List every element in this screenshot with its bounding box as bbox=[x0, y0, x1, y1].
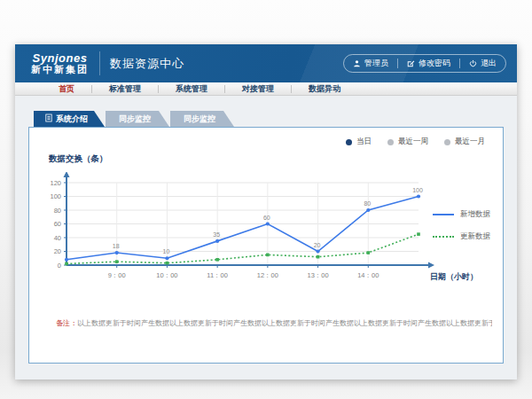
data-point[interactable] bbox=[166, 262, 169, 265]
radio-dot bbox=[444, 139, 450, 145]
legend-item-0: 新增数据 bbox=[433, 209, 490, 220]
tab-bar: 系统介绍同步监控同步监控 bbox=[34, 111, 504, 127]
edit-icon bbox=[407, 59, 415, 67]
nav-item-2[interactable]: 系统管理 bbox=[159, 82, 224, 96]
legend-item-1: 更新数据 bbox=[433, 231, 490, 242]
y-tick-label: 80 bbox=[54, 207, 61, 215]
nav-item-0[interactable]: 首页 bbox=[42, 82, 91, 96]
x-tick-label: 12：00 bbox=[257, 271, 278, 279]
tab-2[interactable]: 同步监控 bbox=[170, 111, 234, 127]
y-tick-label: 60 bbox=[54, 220, 61, 228]
user-menu-label: 退出 bbox=[481, 58, 497, 69]
tab-0[interactable]: 系统介绍 bbox=[34, 111, 105, 127]
brand-logo-en: Synjones bbox=[31, 52, 89, 65]
y-tick-label: 100 bbox=[50, 192, 61, 200]
x-tick-label: 11：00 bbox=[207, 271, 228, 279]
x-tick-label: 13：00 bbox=[307, 271, 328, 279]
footnote: 备注：以上数据更新于时间产生数据以上数据更新于时间产生数据以上数据更新于时间产生… bbox=[56, 318, 492, 328]
user-menu: 管理员修改密码退出 bbox=[343, 54, 506, 73]
data-point-label: 60 bbox=[263, 215, 270, 221]
data-point-label: 100 bbox=[412, 187, 423, 193]
nav-item-3[interactable]: 对接管理 bbox=[225, 82, 291, 96]
data-point[interactable] bbox=[266, 254, 270, 257]
footnote-label: 备注： bbox=[56, 319, 77, 327]
y-tick-label: 40 bbox=[54, 234, 61, 242]
content-area: 系统介绍同步监控同步监控 当日最近一周最近一月 数据交换（条） 02040608… bbox=[15, 96, 517, 364]
data-point[interactable] bbox=[366, 208, 370, 212]
radio-dot bbox=[346, 139, 352, 145]
radio-option-1[interactable]: 最近一周 bbox=[387, 137, 428, 147]
document-icon bbox=[45, 113, 52, 124]
chart-y-axis-title: 数据交换（条） bbox=[49, 153, 108, 165]
user-menu-edit[interactable]: 修改密码 bbox=[398, 55, 459, 72]
header-divider bbox=[99, 51, 100, 75]
app-header: Synjones 新中新集团 数据资源中心 管理员修改密码退出 bbox=[15, 44, 517, 82]
radio-label: 最近一周 bbox=[398, 137, 428, 147]
nav-item-1[interactable]: 标准管理 bbox=[92, 82, 158, 96]
legend-sample bbox=[433, 236, 454, 238]
y-tick-label: 120 bbox=[50, 179, 61, 187]
brand-logo: Synjones 新中新集团 bbox=[31, 52, 89, 74]
radio-label: 最近一月 bbox=[455, 137, 485, 147]
user-menu-label: 管理员 bbox=[364, 58, 388, 69]
tab-label: 系统介绍 bbox=[56, 113, 88, 125]
app-window: Synjones 新中新集团 数据资源中心 管理员修改密码退出 首页标准管理系统… bbox=[15, 44, 517, 379]
data-point-label: 20 bbox=[314, 242, 321, 248]
data-point-label: 18 bbox=[113, 243, 120, 249]
brand-logo-cn: 新中新集团 bbox=[31, 65, 89, 75]
x-tick-label: 10：00 bbox=[156, 271, 177, 279]
tab-label: 同步监控 bbox=[119, 113, 151, 125]
chart-panel: 当日最近一周最近一月 数据交换（条） 0204060801001209：0010… bbox=[28, 127, 504, 364]
y-axis-arrow bbox=[64, 172, 70, 177]
nav-item-4[interactable]: 数据异动 bbox=[292, 82, 357, 96]
footnote-text: 以上数据更新于时间产生数据以上数据更新于时间产生数据以上数据更新于时间产生数据以… bbox=[77, 319, 492, 327]
x-tick-label: 9：00 bbox=[108, 271, 126, 279]
main-nav: 首页标准管理系统管理对接管理数据异动 bbox=[15, 82, 517, 96]
data-point[interactable] bbox=[165, 256, 168, 260]
line-chart: 0204060801001209：0010：0011：0012：0013：001… bbox=[35, 172, 442, 305]
data-point-label: 35 bbox=[213, 231, 220, 238]
radio-option-2[interactable]: 最近一月 bbox=[444, 137, 485, 147]
page-background: Synjones 新中新集团 数据资源中心 管理员修改密码退出 首页标准管理系统… bbox=[0, 0, 532, 399]
user-menu-label: 修改密码 bbox=[419, 58, 450, 69]
data-point[interactable] bbox=[417, 194, 420, 198]
radio-dot bbox=[387, 139, 394, 145]
y-tick-label: 0 bbox=[58, 262, 61, 270]
tab-label: 同步监控 bbox=[184, 113, 215, 125]
data-point[interactable] bbox=[266, 222, 270, 225]
radio-label: 当日 bbox=[356, 137, 372, 147]
data-point[interactable] bbox=[215, 239, 219, 243]
tab-1[interactable]: 同步监控 bbox=[106, 111, 169, 127]
data-point[interactable] bbox=[115, 260, 119, 263]
data-point-label: 10 bbox=[163, 248, 170, 254]
data-point[interactable] bbox=[417, 232, 420, 236]
radio-option-0[interactable]: 当日 bbox=[346, 137, 372, 147]
logout-icon bbox=[469, 59, 477, 67]
time-range-filters: 当日最近一周最近一月 bbox=[346, 137, 485, 147]
user-icon bbox=[353, 59, 361, 67]
app-title: 数据资源中心 bbox=[110, 56, 184, 72]
y-tick-label: 20 bbox=[54, 247, 61, 255]
data-point[interactable] bbox=[316, 249, 319, 253]
user-menu-user[interactable]: 管理员 bbox=[344, 55, 397, 72]
legend-sample bbox=[433, 214, 454, 215]
data-point-label: 80 bbox=[364, 200, 371, 207]
x-tick-label: 14：00 bbox=[357, 271, 379, 279]
data-point[interactable] bbox=[215, 258, 219, 262]
chart-legend: 新增数据更新数据 bbox=[433, 209, 490, 254]
data-point[interactable] bbox=[65, 262, 68, 266]
legend-label: 新增数据 bbox=[460, 209, 490, 220]
data-point[interactable] bbox=[366, 251, 370, 254]
user-menu-logout[interactable]: 退出 bbox=[460, 55, 505, 72]
data-point[interactable] bbox=[115, 251, 119, 254]
chart-x-axis-title: 日期（小时） bbox=[430, 271, 478, 283]
data-point[interactable] bbox=[65, 258, 68, 262]
data-point[interactable] bbox=[317, 255, 320, 259]
x-axis-arrow bbox=[428, 262, 434, 269]
legend-label: 更新数据 bbox=[460, 231, 490, 242]
